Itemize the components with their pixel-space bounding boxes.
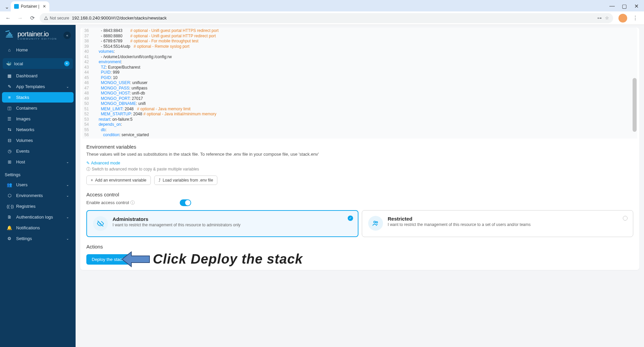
portainer-logo-icon: [5, 30, 14, 41]
tab-favicon-icon: [14, 4, 19, 9]
sidebar: portainer.io COMMUNITY EDITION « ⌂ Home …: [0, 25, 76, 347]
browser-tabbar: ⌄ Portainer | ✕ — ▢ ✕: [0, 0, 644, 11]
svg-point-0: [374, 221, 376, 223]
sidebar-item-app-templates[interactable]: ✎ App Templates⌄: [2, 81, 74, 92]
nav-reload-icon[interactable]: ⟳: [28, 13, 37, 23]
selected-check-icon: ✓: [348, 216, 353, 221]
bookmark-icon[interactable]: ☆: [605, 15, 609, 21]
close-window-icon[interactable]: ✕: [633, 3, 639, 9]
sidebar-settings-environments[interactable]: ⬡ Environments⌄: [2, 190, 74, 201]
url-bar[interactable]: Not secure 192.168.0.240:9000/#!/2/docke…: [40, 13, 613, 23]
sidebar-collapse-icon[interactable]: «: [63, 32, 71, 39]
environment-selector[interactable]: 🐳 local ✕: [3, 58, 73, 69]
sidebar-item-containers[interactable]: ◫ Containers: [2, 103, 74, 113]
logo-subtitle: COMMUNITY EDITION: [17, 37, 57, 40]
env-section-title: Environment variables: [86, 144, 633, 150]
sidebar-item-images[interactable]: ☰ Images: [2, 114, 74, 124]
access-title: Access control: [86, 192, 633, 197]
load-env-file-button[interactable]: ⤴ Load variables from .env file: [154, 176, 217, 185]
home-icon: ⌂: [7, 47, 12, 52]
enable-access-label: Enable access control ⓘ: [86, 200, 135, 206]
sidebar-item-host[interactable]: ⊞ Host⌄: [2, 157, 74, 167]
env-variables-section: Environment variables These values will …: [80, 139, 639, 190]
env-section-desc: These values will be used as substitutio…: [86, 152, 633, 157]
annotation-overlay: Click Deploy the stack: [121, 250, 303, 269]
maximize-icon[interactable]: ▢: [621, 3, 627, 9]
upload-icon: ⤴: [159, 178, 161, 183]
stacks-icon: ≡: [7, 95, 12, 100]
template-icon: ✎: [7, 84, 12, 89]
admin-card-title: Administrators: [113, 216, 241, 222]
chevron-down-icon: ⌄: [66, 237, 69, 240]
add-env-var-button[interactable]: + Add an environment variable: [86, 176, 151, 185]
sidebar-item-dashboard[interactable]: ▦ Dashboard: [2, 71, 74, 81]
deploy-stack-button[interactable]: Deploy the stack: [86, 254, 129, 265]
gear-icon: ⚙: [7, 236, 12, 241]
minimize-icon[interactable]: —: [609, 3, 615, 9]
plus-icon: +: [91, 178, 93, 183]
reg-icon: ((·)): [7, 204, 12, 209]
tab-dropdown-icon[interactable]: ⌄: [3, 2, 11, 11]
browser-tab[interactable]: Portainer | ✕: [11, 1, 49, 11]
sidebar-settings-authentication-logs[interactable]: 🗎 Authentication logs⌄: [2, 212, 74, 222]
logo-text: portainer.io: [17, 30, 57, 38]
info-icon: ⓘ: [86, 166, 90, 172]
chevron-down-icon: ⌄: [66, 215, 69, 219]
containers-icon: ◫: [7, 106, 12, 111]
access-card-restricted[interactable]: Restricted I want to restrict the manage…: [362, 210, 633, 237]
browser-toolbar: ← → ⟳ Not secure 192.168.0.240:9000/#!/2…: [0, 11, 644, 25]
nav-forward-icon[interactable]: →: [15, 13, 25, 23]
annotation-text: Click Deploy the stack: [153, 252, 303, 267]
logo: portainer.io COMMUNITY EDITION «: [0, 25, 76, 44]
help-icon[interactable]: ⓘ: [130, 200, 135, 205]
access-card-administrators[interactable]: Administrators I want to restrict the ma…: [86, 210, 358, 237]
users-icon: 👥: [7, 182, 12, 187]
chevron-down-icon: ⌄: [66, 160, 69, 164]
sidebar-item-home[interactable]: ⌂ Home: [2, 45, 74, 55]
svg-point-1: [376, 221, 378, 223]
actions-title: Actions: [86, 244, 633, 249]
tab-close-icon[interactable]: ✕: [43, 4, 46, 9]
chevron-down-icon: ⌄: [66, 183, 69, 187]
users-icon: [368, 216, 383, 231]
sidebar-item-volumes[interactable]: ⊟ Volumes: [2, 135, 74, 146]
restricted-card-title: Restricted: [388, 216, 531, 222]
line-gutter: 3637383940414243444546474849505152535455…: [82, 28, 92, 139]
yaml-editor[interactable]: 3637383940414243444546474849505152535455…: [82, 28, 637, 139]
chevron-down-icon: ⌄: [66, 85, 69, 88]
editor-scrollbar[interactable]: [633, 78, 637, 132]
nav-back-icon[interactable]: ←: [3, 13, 13, 23]
main-content: 3637383940414243444546474849505152535455…: [76, 25, 644, 347]
chevron-down-icon: ⌄: [66, 194, 69, 197]
events-icon: ◷: [7, 149, 12, 154]
sidebar-item-stacks[interactable]: ≡ Stacks: [2, 92, 74, 103]
key-icon[interactable]: ⊶: [597, 15, 602, 21]
advanced-mode-hint: ⓘ Switch to advanced mode to copy & past…: [86, 166, 633, 172]
eye-off-icon: [93, 216, 108, 231]
sidebar-settings-settings[interactable]: ⚙ Settings⌄: [2, 233, 74, 244]
auth-icon: 🗎: [7, 215, 12, 220]
unselected-radio-icon: [623, 216, 628, 221]
volumes-icon: ⊟: [7, 138, 12, 143]
sidebar-settings-users[interactable]: 👥 Users⌄: [2, 180, 74, 190]
host-icon: ⊞: [7, 159, 12, 164]
networks-icon: ⇆: [7, 127, 12, 132]
profile-avatar[interactable]: [618, 14, 627, 23]
sidebar-settings-registries[interactable]: ((·)) Registries: [2, 201, 74, 211]
access-control-section: Access control Enable access control ⓘ A…: [80, 190, 639, 242]
sidebar-settings-notifications[interactable]: 🔔 Notifications: [2, 223, 74, 233]
sidebar-item-networks[interactable]: ⇆ Networks: [2, 124, 74, 135]
code-area[interactable]: - 8843:8843 # optional - Unifi guest por…: [92, 28, 637, 139]
docker-icon: 🐳: [6, 61, 11, 66]
sidebar-item-events[interactable]: ◷ Events: [2, 146, 74, 156]
env-icon: ⬡: [7, 193, 12, 198]
access-control-toggle[interactable]: [180, 199, 191, 206]
actions-section: Actions Deploy the stack Click Deploy th…: [80, 242, 639, 270]
advanced-mode-link[interactable]: ✎ Advanced mode: [86, 161, 120, 165]
url-text: 192.168.0.240:9000/#!/2/docker/stacks/ne…: [72, 15, 167, 21]
browser-menu-icon[interactable]: ⋮: [630, 15, 641, 21]
env-close-icon[interactable]: ✕: [64, 61, 70, 66]
edit-icon: ✎: [86, 161, 90, 165]
admin-card-desc: I want to restrict the management of thi…: [113, 223, 241, 227]
window-controls: — ▢ ✕: [604, 1, 644, 11]
